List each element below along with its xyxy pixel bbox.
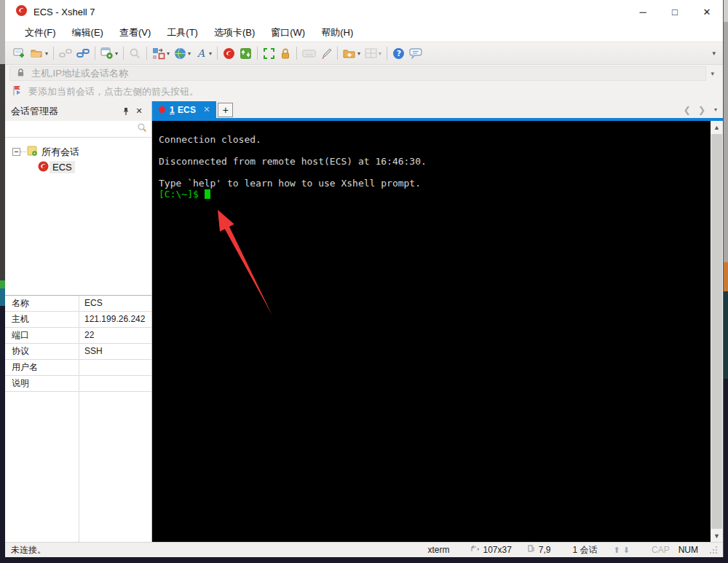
fullscreen-icon[interactable] (261, 44, 277, 62)
xshell-logo-icon (15, 4, 28, 20)
terminal-line: Type `help' to learn how to use Xshell p… (159, 178, 711, 189)
panel-close-icon[interactable]: ✕ (132, 105, 146, 118)
help-icon[interactable]: ? (390, 44, 407, 62)
screen-size-icon (471, 545, 480, 555)
address-lock-icon (16, 68, 25, 79)
menu-bar: 文件(F) 编辑(E) 查看(V) 工具(T) 选项卡(B) 窗口(W) 帮助(… (5, 23, 723, 42)
disconnect-icon[interactable] (57, 44, 74, 62)
tab-label: ECS (178, 105, 196, 115)
reconnect-icon[interactable] (74, 44, 92, 62)
xshell-window: ECS - Xshell 7 ─ □ ✕ 文件(F) 编辑(E) 查看(V) 工… (5, 0, 724, 557)
scroll-up-icon[interactable]: ▲ (711, 121, 723, 133)
table-row: 说明 (5, 376, 151, 392)
keyboard-icon[interactable] (300, 44, 318, 62)
close-button[interactable]: ✕ (691, 0, 723, 23)
prop-value: 121.199.26.242 (79, 312, 151, 327)
pin-icon[interactable] (119, 105, 132, 118)
highlighter-icon[interactable] (318, 44, 334, 62)
terminal-line (159, 145, 711, 156)
ecs-session-label[interactable]: ECS (50, 161, 75, 173)
sessions-folder-icon (26, 145, 39, 159)
svg-text:A: A (197, 47, 205, 59)
tab-scroll-right-icon[interactable]: ❯ (698, 105, 705, 115)
tab-scroll-left-icon[interactable]: ❮ (684, 105, 691, 115)
prop-value: ECS (79, 296, 151, 311)
menu-tabs[interactable]: 选项卡(B) (206, 24, 263, 42)
screen-size: 107x37 (483, 545, 511, 555)
search-icon (137, 122, 147, 135)
terminal-screen[interactable]: Connection closed. Disconnected from rem… (152, 121, 711, 542)
background-left-strip (0, 0, 5, 563)
table-row: 协议 SSH (5, 344, 151, 360)
num-lock-indicator: NUM (678, 545, 698, 555)
cursor-position-icon (528, 545, 536, 555)
globe-icon[interactable]: ▾ (172, 44, 193, 62)
prop-label: 说明 (5, 377, 79, 390)
background-right-strip (724, 0, 728, 563)
new-folder-icon[interactable]: ▾ (341, 44, 363, 62)
tree-item-ecs[interactable]: ECS (5, 160, 151, 175)
terminal-scrollbar[interactable]: ▲ ▼ (711, 121, 723, 542)
flag-icon (12, 85, 23, 98)
properties-empty-area (5, 392, 151, 543)
session-properties-icon[interactable]: ▾ (98, 44, 120, 62)
menu-file[interactable]: 文件(F) (17, 24, 64, 42)
prop-value (79, 360, 151, 375)
caps-lock-indicator: CAP (652, 545, 670, 555)
info-bar: 要添加当前会话，点击左侧的箭头按钮。 (5, 82, 723, 101)
terminal-prompt-line: [C:\~]$ (159, 189, 711, 200)
menu-help[interactable]: 帮助(H) (313, 24, 361, 42)
menu-edit[interactable]: 编辑(E) (64, 24, 111, 42)
menu-window[interactable]: 窗口(W) (263, 24, 313, 42)
all-sessions-label[interactable]: 所有会话 (39, 145, 82, 160)
terminal-line (159, 167, 711, 178)
find-icon[interactable] (127, 44, 143, 62)
prop-label: 用户名 (5, 361, 79, 374)
maximize-button[interactable]: □ (659, 0, 691, 23)
tab-list-dropdown-icon[interactable]: ▾ (714, 106, 717, 113)
table-row: 用户名 (5, 360, 151, 376)
open-folder-icon[interactable]: ▾ (28, 44, 50, 62)
tab-close-icon[interactable]: ✕ (203, 105, 210, 114)
address-bar: 主机,IP地址或会话名称 ▾ (5, 65, 723, 82)
xftp-icon[interactable] (237, 44, 254, 62)
table-row: 端口 22 (5, 328, 151, 344)
session-manager-title: 会话管理器 (11, 105, 119, 118)
terminal-type: xterm (427, 545, 449, 555)
address-dropdown-icon[interactable]: ▾ (706, 70, 719, 77)
new-tab-button[interactable]: + (218, 103, 233, 117)
terminal-line: Connection closed. (159, 134, 711, 145)
session-manager-panel: 会话管理器 ✕ 所有会话 (5, 101, 152, 542)
prop-value: SSH (79, 344, 151, 359)
title-bar: ECS - Xshell 7 ─ □ ✕ (5, 0, 723, 23)
minimize-button[interactable]: ─ (627, 0, 659, 23)
info-bar-text: 要添加当前会话，点击左侧的箭头按钮。 (28, 85, 199, 98)
font-icon[interactable]: A▾ (193, 44, 214, 62)
address-placeholder: 主机,IP地址或会话名称 (31, 67, 128, 80)
tab-ecs[interactable]: 1 ECS ✕ (152, 101, 216, 118)
host-address-input[interactable]: 主机,IP地址或会话名称 (9, 66, 706, 81)
status-bar: 未连接。 xterm 107x37 7,9 1 会话 ⬆⬇ CAP NUM (5, 542, 723, 557)
compose-icon[interactable]: ▾ (150, 44, 172, 62)
toolbar-overflow-icon[interactable]: ▾ (712, 50, 719, 57)
session-search-input[interactable] (5, 121, 151, 138)
scrollbar-thumb[interactable] (711, 134, 722, 529)
session-nav-arrows-icon[interactable]: ⬆⬇ (614, 546, 633, 555)
toolbar: ▾ ▾ ▾ ▾ A▾ ▾ ▾ ? ▾ (5, 42, 723, 65)
session-ball-icon (37, 160, 50, 175)
message-icon[interactable] (407, 44, 425, 62)
tree-item-all-sessions[interactable]: 所有会话 (5, 144, 151, 160)
session-manager-header: 会话管理器 ✕ (5, 101, 151, 121)
tree-collapse-icon[interactable] (12, 148, 20, 156)
svg-text:?: ? (397, 49, 401, 58)
new-session-icon[interactable] (11, 44, 28, 62)
lock-icon[interactable] (277, 44, 293, 62)
resize-grip[interactable] (710, 546, 717, 554)
menu-tools[interactable]: 工具(T) (159, 24, 206, 42)
prop-label: 协议 (5, 345, 79, 358)
xshell-icon[interactable] (221, 44, 237, 62)
scroll-down-icon[interactable]: ▼ (711, 529, 723, 542)
tile-layout-icon[interactable]: ▾ (363, 44, 384, 62)
menu-view[interactable]: 查看(V) (111, 24, 159, 42)
table-row: 主机 121.199.26.242 (5, 312, 151, 328)
